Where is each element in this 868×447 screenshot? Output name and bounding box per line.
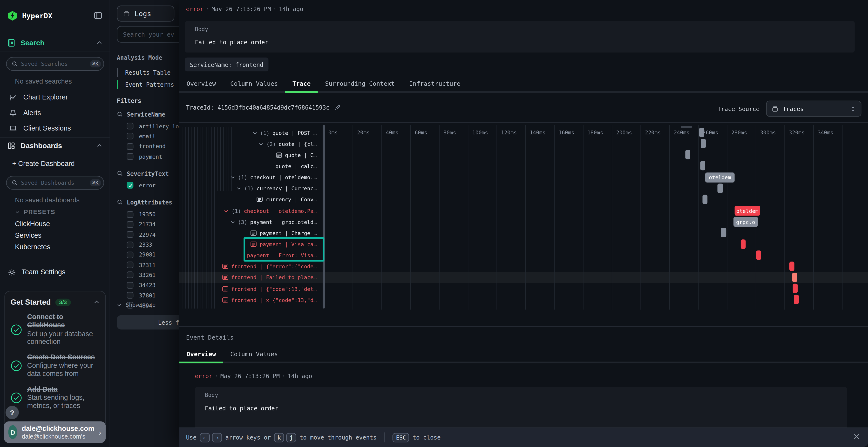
analysis-mode-event-patterns[interactable]: Event Patterns — [117, 78, 174, 91]
sidebar-item-chart-explorer[interactable]: Chart Explorer — [0, 90, 110, 105]
trace-span-row[interactable]: (1)checkout | oteldemo.Pa… — [179, 205, 321, 216]
checkbox[interactable] — [127, 123, 133, 130]
check-circle-icon — [10, 360, 22, 371]
checkbox[interactable] — [127, 251, 133, 258]
checkbox[interactable] — [127, 272, 133, 278]
checkbox-checked[interactable] — [127, 182, 133, 189]
chevron-down-icon[interactable] — [224, 208, 229, 213]
trace-span-bar[interactable] — [721, 228, 726, 238]
tab-trace[interactable]: Trace — [285, 76, 318, 93]
service-name-chip[interactable]: ServiceName: frontend — [185, 58, 268, 71]
presets-toggle[interactable]: PRESETS — [15, 209, 55, 215]
saved-searches-input[interactable]: Saved Searches ⌘K — [6, 57, 104, 71]
checkbox[interactable] — [127, 221, 133, 228]
tab-overview[interactable]: Overview — [179, 76, 223, 93]
trace-span-bar[interactable]: oteldem — [705, 172, 735, 182]
get-started-item-title: Connect to ClickHouse — [27, 313, 100, 330]
tab-surrounding-context[interactable]: Surrounding Context — [318, 76, 402, 93]
body-value: Failed to place order — [205, 405, 278, 412]
checkbox[interactable] — [127, 231, 133, 238]
sidebar-item-team-settings[interactable]: Team Settings — [8, 266, 103, 278]
preset-item-kubernetes[interactable]: Kubernetes — [0, 241, 110, 253]
trace-span-bar[interactable] — [741, 239, 746, 248]
trace-span-row[interactable]: frontend | {"error":{"code… — [179, 261, 321, 272]
trace-span-bar[interactable] — [717, 183, 723, 193]
trace-span-bar[interactable] — [756, 250, 761, 260]
trace-source-select[interactable]: Traces — [766, 101, 862, 117]
trace-span-row[interactable]: (1)quote | POST … — [179, 127, 321, 138]
trace-span-bar[interactable] — [792, 273, 797, 282]
sidebar-item-search[interactable]: Search — [7, 37, 102, 49]
sidebar-item-label: Client Sessions — [23, 125, 71, 132]
tab-column-values[interactable]: Column Values — [223, 76, 285, 93]
source-select-button[interactable]: Logs — [117, 5, 174, 22]
trace-span-row[interactable]: quote | calc… — [179, 161, 321, 172]
filter-item-label: 2333 — [139, 242, 152, 248]
checkbox[interactable] — [127, 241, 133, 248]
trace-span-bar[interactable] — [703, 195, 708, 204]
analysis-mode-results-table[interactable]: Results Table — [117, 66, 174, 79]
chevron-down-icon[interactable] — [252, 130, 257, 135]
chevron-down-icon[interactable] — [237, 186, 242, 191]
trace-span-bar[interactable] — [789, 262, 795, 271]
event-doc-icon — [276, 152, 282, 158]
create-dashboard-button[interactable]: + Create Dashboard — [12, 160, 75, 168]
filter-item-label: artillery-loa — [139, 123, 182, 129]
close-icon[interactable] — [853, 433, 860, 440]
trace-span-row[interactable]: currency | Conv… — [179, 194, 321, 205]
trace-span-row[interactable]: frontend | Failed to place… — [179, 272, 321, 283]
trace-span-row[interactable]: quote | C… — [179, 149, 321, 161]
checkbox[interactable] — [127, 143, 133, 150]
preset-item-clickhouse[interactable]: ClickHouse — [0, 218, 110, 230]
checkbox[interactable] — [127, 133, 133, 140]
checkbox[interactable] — [127, 282, 133, 288]
sidebar-item-dashboards[interactable]: Dashboards — [7, 139, 102, 152]
trace-span-bar[interactable] — [793, 284, 798, 293]
trace-span-row[interactable]: frontend | × {"code":13,"d… — [179, 294, 321, 305]
event-details-tab-overview[interactable]: Overview — [179, 347, 223, 364]
checkbox[interactable] — [127, 211, 133, 218]
trace-span-row[interactable]: (1)currency | Currenc… — [179, 183, 321, 194]
trace-span-bar[interactable] — [700, 161, 705, 171]
trace-span-bar[interactable] — [685, 150, 690, 160]
trace-span-row[interactable]: (2)quote | {cl… — [179, 138, 321, 149]
collapse-sidebar-icon[interactable] — [94, 11, 102, 20]
get-started-item[interactable]: Create Data SourcesConfigure where your … — [10, 353, 100, 378]
trace-span-row[interactable]: (1)checkout | oteldemo.… — [179, 172, 321, 183]
chevron-down-icon[interactable] — [230, 219, 235, 225]
get-started-item[interactable]: Connect to ClickHouseSet up your databas… — [10, 313, 100, 346]
trace-span-bar[interactable] — [794, 295, 799, 304]
chevron-up-icon[interactable] — [94, 299, 100, 305]
help-button[interactable]: ? — [5, 406, 19, 419]
edit-pencil-icon[interactable] — [334, 104, 341, 111]
trace-span-bar[interactable] — [701, 139, 706, 148]
tree-timeline-resizer[interactable] — [323, 125, 325, 309]
body-value: Failed to place order — [195, 39, 268, 45]
sidebar-item-alerts[interactable]: Alerts — [0, 105, 110, 121]
show-more-button[interactable]: Show more — [117, 302, 156, 308]
trace-span-bar[interactable]: grpc.o — [734, 217, 758, 227]
get-started-item[interactable]: Add DataStart sending logs, metrics, or … — [10, 385, 100, 410]
chevron-up-icon[interactable] — [96, 39, 102, 45]
event-doc-icon — [222, 275, 228, 281]
trace-span-row[interactable]: payment | Charge … — [179, 227, 321, 238]
user-account-button[interactable]: D dale@clickhouse.com dale@clickhouse.co… — [4, 421, 105, 443]
tab-infrastructure[interactable]: Infrastructure — [402, 76, 468, 93]
sidebar-item-client-sessions[interactable]: Client Sessions — [0, 121, 110, 136]
saved-dashboards-input[interactable]: Saved Dashboards ⌘K — [6, 176, 104, 190]
trace-span-bar[interactable]: oteldem — [735, 206, 760, 215]
trace-span-row[interactable]: (3)payment | grpc.oteld… — [179, 216, 321, 227]
chevron-down-icon[interactable] — [259, 141, 264, 146]
tick-label: 320ms — [789, 129, 805, 135]
timeline-scroll-thumb[interactable] — [681, 126, 692, 128]
trace-span-row[interactable]: frontend | {"code":13,"det… — [179, 283, 321, 294]
checkbox[interactable] — [127, 292, 133, 299]
event-details-tab-column-values[interactable]: Column Values — [223, 347, 285, 364]
checkbox[interactable] — [127, 262, 133, 268]
mode-indicator — [117, 68, 118, 77]
preset-item-services[interactable]: Services — [0, 230, 110, 241]
chevron-down-icon[interactable] — [230, 175, 235, 180]
trace-span-bar[interactable] — [699, 128, 704, 137]
checkbox[interactable] — [127, 153, 133, 160]
chevron-up-icon[interactable] — [96, 142, 102, 148]
